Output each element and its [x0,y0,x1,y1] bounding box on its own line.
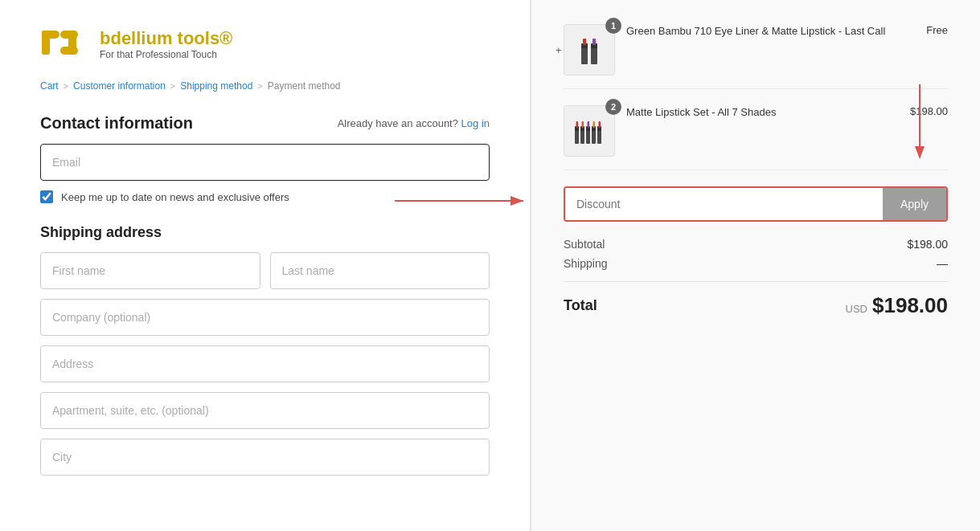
company-field[interactable] [40,299,490,336]
brand-logo-icon [40,24,88,64]
total-label: Total [564,297,597,314]
svg-rect-3 [60,31,78,39]
discount-section: Apply [564,186,948,222]
breadcrumb-shipping-method[interactable]: Shipping method [180,80,252,92]
discount-input[interactable] [565,188,883,220]
breadcrumb-payment-method: Payment method [268,80,341,92]
breadcrumb-cart[interactable]: Cart [40,80,59,92]
svg-rect-9 [581,47,588,64]
breadcrumb-customer-info[interactable]: Customer information [73,80,166,92]
total-currency: USD [846,303,867,315]
plus-icon-1: + [556,44,562,56]
item-price-2: $198.00 [910,105,948,117]
newsletter-label: Keep me up to date on news and exclusive… [61,191,289,203]
subtotal-row: Subtotal $198.00 [564,238,948,251]
breadcrumb-sep-1: > [64,81,68,91]
svg-rect-15 [575,129,579,144]
item-badge-1: 1 [605,18,621,34]
shipping-label: Shipping [564,257,608,270]
subtotal-value: $198.00 [907,238,948,251]
last-name-field[interactable] [270,252,490,289]
logo-text: bdellium tools® For that Professional To… [100,28,232,60]
item-image-wrap-1: 1 + [564,24,615,76]
apply-discount-button[interactable]: Apply [883,188,946,220]
order-item-1: 1 + Green Bambu 710 Eye Liner & Matte Li… [564,24,948,89]
logo-area: bdellium tools® For that Professional To… [40,24,490,64]
total-amount: USD $198.00 [846,293,948,318]
svg-rect-24 [592,129,596,144]
item-name-2: Matte Lipstick Set - All 7 Shades [626,105,776,120]
apartment-field[interactable] [40,392,490,429]
svg-rect-23 [588,121,590,128]
contact-info-header: Contact information Already have an acco… [40,114,490,133]
svg-rect-4 [60,47,78,55]
brand-name: bdellium tools® [100,28,232,49]
svg-rect-27 [597,129,601,144]
city-field[interactable] [40,439,490,476]
name-row [40,252,490,299]
order-summary-panel: 1 + Green Bambu 710 Eye Liner & Matte Li… [531,0,980,531]
brand-tagline: For that Professional Touch [100,49,232,60]
svg-rect-21 [586,129,590,144]
breadcrumb: Cart > Customer information > Shipping m… [40,80,490,92]
item-image-wrap-2: 2 [564,105,615,157]
svg-rect-18 [580,129,584,144]
item-name-1: Green Bambu 710 Eye Liner & Matte Lipsti… [626,24,885,39]
address-field[interactable] [40,345,490,382]
subtotal-label: Subtotal [564,238,605,251]
order-item-2: 2 Matte Lipstick Set - All 7 Shades $198… [564,105,948,170]
svg-rect-14 [593,39,596,45]
svg-rect-20 [582,121,584,128]
newsletter-checkbox[interactable] [40,190,53,203]
breadcrumb-sep-2: > [170,81,175,91]
email-field[interactable] [40,144,490,181]
svg-rect-11 [583,39,586,45]
shipping-value: — [937,257,948,270]
newsletter-checkbox-row: Keep me up to date on news and exclusive… [40,190,490,203]
shipping-row: Shipping — [564,257,948,270]
item-price-1: Free [926,24,948,36]
svg-rect-26 [593,121,596,128]
item-info-1: Green Bambu 710 Eye Liner & Matte Lipsti… [626,24,948,39]
breadcrumb-sep-3: > [257,81,262,91]
login-prompt: Already have an account? Log in [338,117,490,129]
item-info-2: Matte Lipstick Set - All 7 Shades $198.0… [626,105,948,120]
total-row: Total USD $198.00 [564,281,948,318]
item-image-2 [564,105,615,157]
total-value: $198.00 [872,293,948,318]
svg-rect-29 [599,121,601,128]
item-image-1 [564,24,615,76]
svg-rect-12 [591,47,597,64]
first-name-field[interactable] [40,252,260,289]
shipping-address-title: Shipping address [40,224,490,241]
svg-rect-17 [576,121,579,128]
item-badge-2: 2 [605,99,621,115]
totals-section: Subtotal $198.00 Shipping — Total USD $1… [564,238,948,318]
login-link[interactable]: Log in [461,117,490,129]
contact-info-title: Contact information [40,114,193,133]
svg-rect-1 [42,31,59,39]
